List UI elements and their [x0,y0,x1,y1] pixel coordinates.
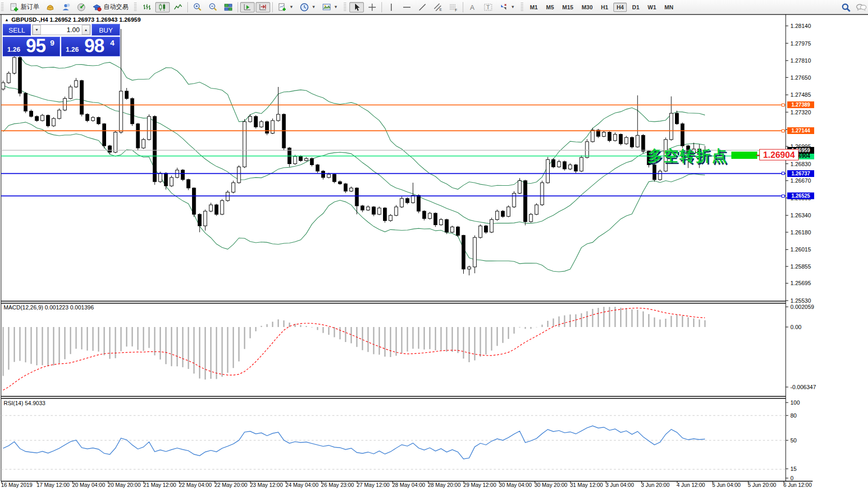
svg-text:21 May 12:00: 21 May 12:00 [143,482,176,488]
svg-text:50: 50 [790,437,797,443]
svg-text:28 May 20:00: 28 May 20:00 [428,482,461,488]
hline-handle[interactable] [782,172,785,175]
volume-increase-button[interactable]: ▲ [82,25,90,35]
hline-handle[interactable] [782,129,785,132]
symbol-quote-text: GBPUSD-,H4 1.26952 1.26973 1.26943 1.269… [11,17,141,23]
macd-axis: 0.0020590.00-0.006347 [786,304,816,390]
svg-text:26 May 23:00: 26 May 23:00 [321,482,354,488]
rsi-indicator [3,426,705,459]
svg-text:30 May 20:00: 30 May 20:00 [535,482,568,488]
svg-text:0: 0 [790,475,793,481]
svg-text:15: 15 [790,466,797,472]
svg-text:80: 80 [790,412,797,419]
sell-price-panel[interactable]: 1.26 95 9 [3,37,60,56]
buy-price-prefix: 1.26 [66,46,79,53]
candlesticks [2,29,707,275]
svg-text:17 May 12:00: 17 May 12:00 [37,482,70,488]
svg-text:3 Jun 04:00: 3 Jun 04:00 [606,482,634,488]
buy-price-big: 98 [84,35,104,57]
hline-handle[interactable] [782,195,785,198]
svg-text:1.25530: 1.25530 [790,298,811,304]
one-click-trading-widget: SELL ▼ ▲ BUY 1.26 95 9 1.26 98 4 [3,24,120,56]
svg-text:1.27320: 1.27320 [790,109,811,115]
hline-price-label[interactable]: 1.26525 [787,192,814,199]
buy-price-pip: 4 [110,38,114,47]
svg-text:1.25855: 1.25855 [790,263,811,270]
svg-text:1.27810: 1.27810 [790,57,811,64]
time-axis: 16 May 201917 May 12:0020 May 04:0020 Ma… [1,481,812,488]
svg-text:16 May 2019: 16 May 2019 [1,482,33,488]
hline-price-label[interactable]: 1.27389 [787,101,814,108]
svg-text:22 May 04:00: 22 May 04:00 [179,482,212,488]
svg-text:-0.006347: -0.006347 [790,384,816,390]
svg-text:0.00: 0.00 [790,324,801,330]
buy-price-panel[interactable]: 1.26 98 4 [61,37,120,56]
buy-button[interactable]: BUY [92,24,120,36]
price-axis: 1.281401.279751.278101.276501.274851.273… [786,23,811,304]
sell-price-big: 95 [26,35,46,57]
svg-text:20 May 04:00: 20 May 04:00 [72,482,105,488]
volume-decrease-button[interactable]: ▼ [33,25,41,35]
svg-text:29 May 12:00: 29 May 12:00 [463,482,496,488]
svg-text:1.26180: 1.26180 [790,229,811,235]
chart-title: ▲ GBPUSD-,H4 1.26952 1.26973 1.26943 1.2… [5,17,141,23]
svg-text:6 Jun 12:00: 6 Jun 12:00 [783,482,812,488]
macd-label: MACD(12,26,9) 0.001223 0.001396 [4,304,94,310]
svg-text:20 May 20:00: 20 May 20:00 [108,482,141,488]
svg-text:100: 100 [790,399,800,406]
rsi-axis: 1008050150 [786,399,800,481]
svg-text:27 May 12:00: 27 May 12:00 [357,482,390,488]
highlight-box[interactable] [731,152,757,159]
bollinger-bands [3,39,705,272]
svg-text:1.26670: 1.26670 [790,177,811,184]
svg-text:1.26340: 1.26340 [790,212,811,218]
svg-text:22 May 20:00: 22 May 20:00 [214,482,247,488]
mt4-window: 新订单 自动交易 [0,0,868,490]
hline-price-label[interactable]: 1.26737 [787,170,814,177]
volume-input[interactable] [41,25,82,35]
pane-borders [1,14,813,481]
svg-text:1.26015: 1.26015 [790,246,811,253]
svg-text:30 May 04:00: 30 May 04:00 [499,482,532,488]
svg-text:31 May 12:00: 31 May 12:00 [570,482,603,488]
svg-text:5 Jun 20:00: 5 Jun 20:00 [748,482,776,488]
svg-text:3 Jun 20:00: 3 Jun 20:00 [641,482,670,488]
svg-text:23 May 12:00: 23 May 12:00 [250,482,283,488]
svg-text:1.26830: 1.26830 [790,161,811,167]
hline-handle[interactable] [782,103,785,107]
volume-spinner: ▼ ▲ [32,24,91,35]
svg-text:24 May 04:00: 24 May 04:00 [286,482,319,488]
svg-text:4 Jun 12:00: 4 Jun 12:00 [676,482,705,488]
svg-text:1.27650: 1.27650 [790,75,811,81]
chart-canvas[interactable]: 1.281401.279751.278101.276501.274851.273… [0,0,868,490]
svg-text:1.27485: 1.27485 [790,92,811,98]
svg-text:28 May 04:00: 28 May 04:00 [392,482,425,488]
price-callout-label[interactable]: 1.26904 [759,149,799,160]
collapse-triangle-icon[interactable]: ▲ [5,18,9,22]
hline-price-label[interactable]: 1.27144 [787,127,814,134]
macd-indicator [3,307,705,390]
annotation-text[interactable]: 多空转折点 [648,146,728,167]
svg-text:1.28140: 1.28140 [790,23,811,29]
svg-text:5 Jun 04:00: 5 Jun 04:00 [712,482,741,488]
svg-text:1.27975: 1.27975 [790,40,811,47]
sell-price-pip: 9 [50,38,54,47]
sell-price-prefix: 1.26 [7,46,20,53]
svg-text:1.25695: 1.25695 [790,280,811,286]
sell-button[interactable]: SELL [3,24,31,36]
rsi-label: RSI(14) 54.9033 [4,400,46,406]
svg-text:0.002059: 0.002059 [790,304,814,310]
